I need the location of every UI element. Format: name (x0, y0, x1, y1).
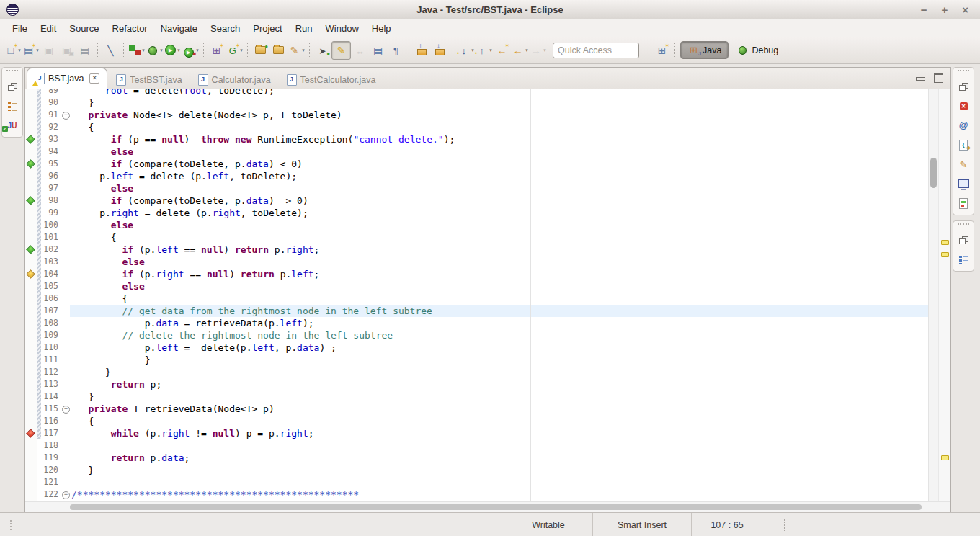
coverage-view-icon[interactable] (957, 197, 970, 209)
code-text[interactable]: else (70, 280, 929, 292)
dropdown-arrow-icon[interactable]: ▾ (302, 48, 305, 53)
warning-overview-mark[interactable] (941, 252, 949, 257)
vertical-scrollbar-thumb[interactable] (930, 158, 937, 188)
back-button[interactable]: ←▾ (511, 42, 529, 59)
fold-gutter-cell[interactable] (61, 182, 70, 195)
fold-gutter-cell[interactable] (61, 476, 70, 488)
code-line-119[interactable]: 119 return p.data; (25, 452, 929, 464)
dock-drag-handle[interactable] (958, 223, 969, 226)
fold-gutter-cell[interactable] (61, 219, 70, 231)
new-java-project-button[interactable]: ⊞✶ (208, 42, 226, 59)
marker-gutter-cell[interactable] (25, 439, 37, 452)
marker-gutter-cell[interactable] (25, 133, 37, 146)
fold-gutter-cell[interactable] (61, 170, 70, 182)
marker-gutter-cell[interactable] (25, 268, 37, 280)
code-text[interactable]: p.data = retrieveData(p.left); (70, 317, 929, 329)
code-editor[interactable]: 89 root = delete(root, toDelete);90 }91−… (25, 89, 950, 512)
code-line-112[interactable]: 112 } (25, 366, 929, 378)
marker-gutter-cell[interactable] (25, 476, 37, 488)
code-line-114[interactable]: 114 } (25, 390, 929, 403)
new-java-class-button[interactable]: G✶▾ (226, 42, 244, 59)
tab-calculator-java[interactable]: JCalculator.java (191, 71, 278, 89)
coverage-button[interactable]: ▾ (128, 42, 146, 59)
fold-gutter-cell[interactable] (61, 354, 70, 366)
dock-drag-handle[interactable] (6, 70, 18, 73)
declaration-view-icon[interactable]: {➜ (957, 139, 970, 151)
console-view-icon[interactable] (957, 178, 970, 189)
marker-gutter-cell[interactable] (25, 280, 37, 292)
open-perspective-button[interactable]: ⊞✶ (653, 42, 671, 59)
export-button[interactable]: ↑ (413, 42, 431, 59)
marker-gutter-cell[interactable] (25, 219, 37, 231)
marker-gutter-cell[interactable] (25, 109, 37, 121)
marker-gutter-cell[interactable] (25, 195, 37, 207)
coverage-marker-icon[interactable] (26, 269, 35, 279)
save-all-button[interactable]: ▣▣ (58, 42, 76, 59)
dropdown-arrow-icon[interactable]: ▾ (177, 48, 180, 53)
dropdown-arrow-icon[interactable]: ▾ (489, 48, 492, 53)
coverage-marker-icon[interactable] (26, 135, 35, 144)
fold-gutter-cell[interactable] (61, 133, 70, 146)
fold-gutter-cell[interactable] (61, 280, 70, 292)
marker-gutter-cell[interactable] (25, 305, 37, 317)
code-line-95[interactable]: 95 if (compare(toDelete, p.data) < 0) (25, 158, 929, 170)
code-text[interactable]: { (70, 231, 929, 244)
menu-file[interactable]: File (6, 21, 34, 36)
code-line-93[interactable]: 93 if (p == null) throw new RuntimeExcep… (25, 133, 929, 146)
marker-gutter-cell[interactable] (25, 354, 37, 366)
collapse-icon[interactable]: − (62, 112, 70, 120)
open-resource-button[interactable] (270, 42, 288, 59)
code-text[interactable]: p.left = delete (p.left, toDelete); (70, 170, 929, 182)
fold-gutter-cell[interactable] (61, 415, 70, 427)
show-whitespace-button[interactable]: ¶ (387, 42, 405, 59)
restore-view-button[interactable] (957, 234, 970, 246)
new-wizard-button[interactable]: ▤✶▾ (22, 42, 40, 59)
dropdown-arrow-icon[interactable]: ▾ (142, 48, 145, 53)
tab-testcalculator-java[interactable]: JTestCalculator.java (280, 71, 383, 89)
code-line-103[interactable]: 103 else (25, 256, 929, 268)
save-button[interactable]: ▣ (40, 42, 58, 59)
marker-gutter-cell[interactable] (25, 488, 37, 501)
dropdown-arrow-icon[interactable]: ▾ (543, 48, 546, 53)
maximize-window-button[interactable]: + (941, 4, 948, 15)
code-text[interactable]: { (70, 292, 929, 305)
fold-gutter-cell[interactable]: − (61, 403, 70, 415)
code-line-99[interactable]: 99 p.right = delete (p.right, toDelete); (25, 207, 929, 219)
code-line-117[interactable]: 117 while (p.right != null) p = p.right; (25, 427, 929, 439)
code-line-94[interactable]: 94 else (25, 146, 929, 158)
code-line-106[interactable]: 106 { (25, 292, 929, 305)
open-task-button[interactable]: ● (251, 42, 270, 59)
show-source-button[interactable]: ▤ (369, 42, 387, 59)
code-text[interactable]: { (70, 415, 929, 427)
code-text[interactable]: p.left = delete(p.left, p.data) ; (70, 341, 929, 354)
fold-gutter-cell[interactable] (61, 244, 70, 256)
minimize-editor-icon[interactable] (916, 77, 925, 81)
fold-gutter-cell[interactable]: − (61, 109, 70, 121)
code-line-104[interactable]: 104 if (p.right == null) return p.left; (25, 268, 929, 280)
code-text[interactable]: if (compare(toDelete, p.data) > 0) (70, 195, 929, 207)
collapse-icon[interactable]: − (62, 406, 70, 414)
outline-view-icon[interactable] (957, 254, 970, 265)
marker-gutter-cell[interactable] (25, 207, 37, 219)
code-line-118[interactable]: 118 (25, 439, 929, 452)
menu-edit[interactable]: Edit (34, 21, 63, 36)
code-line-90[interactable]: 90 } (25, 97, 929, 109)
code-line-105[interactable]: 105 else (25, 280, 929, 292)
fold-gutter-cell[interactable] (61, 378, 70, 390)
marker-gutter-cell[interactable] (25, 256, 37, 268)
code-line-98[interactable]: 98 if (compare(toDelete, p.data) > 0) (25, 195, 929, 207)
vertical-scrollbar[interactable] (928, 89, 939, 502)
fold-gutter-cell[interactable] (61, 268, 70, 280)
fold-gutter-cell[interactable] (61, 439, 70, 452)
fold-gutter-cell[interactable] (61, 427, 70, 439)
code-line-101[interactable]: 101 { (25, 231, 929, 244)
maximize-editor-icon[interactable] (934, 73, 943, 83)
code-line-122[interactable]: 122−/***********************************… (25, 488, 929, 501)
marker-gutter-cell[interactable] (25, 146, 37, 158)
mark-occurrences-button[interactable]: ✎ (331, 41, 351, 60)
fold-gutter-cell[interactable] (61, 341, 70, 354)
code-text[interactable]: if (p.left == null) return p.right; (70, 244, 929, 256)
fold-gutter-cell[interactable] (61, 207, 70, 219)
fold-gutter-cell[interactable] (61, 195, 70, 207)
code-line-120[interactable]: 120 } (25, 464, 929, 476)
